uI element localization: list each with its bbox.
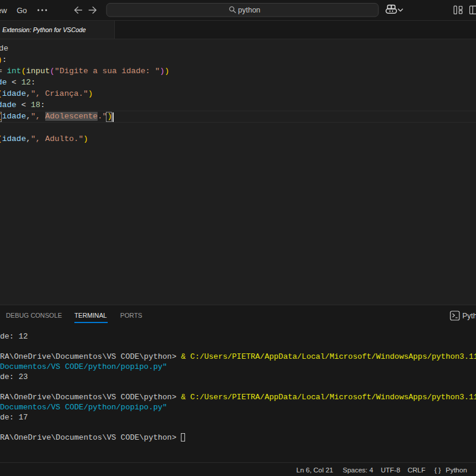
svg-text:python: python [238,6,261,14]
svg-text:Python: Python [462,312,476,320]
